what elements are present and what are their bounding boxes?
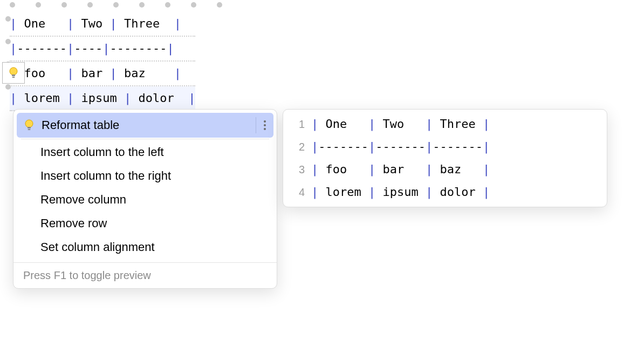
editor-code-area[interactable]: | One | Two | Three ||-------|----|-----… <box>0 0 195 111</box>
svg-rect-1 <box>12 74 15 76</box>
intention-action-item[interactable]: Remove column <box>17 188 273 212</box>
popup-footer-hint: Press F1 to toggle preview <box>13 262 277 288</box>
editor-line[interactable]: | lorem | ipsum | dolor | <box>10 86 195 111</box>
popup-separator <box>21 139 269 139</box>
line-number: 2 <box>289 135 305 158</box>
line-number: 3 <box>289 158 305 181</box>
preview-line: 4| lorem | ipsum | dolor | <box>289 181 601 203</box>
intention-action-label: Remove row <box>40 216 107 230</box>
preview-line: 1| One | Two | Three | <box>289 113 601 135</box>
svg-rect-5 <box>28 129 31 130</box>
ruler-marks <box>10 2 222 8</box>
editor-line[interactable]: | foo | bar | baz | <box>10 62 195 86</box>
intention-action-label: Insert column to the left <box>40 145 164 159</box>
svg-rect-2 <box>12 77 15 78</box>
line-number: 4 <box>289 181 305 203</box>
intention-bulb-button[interactable] <box>2 62 25 84</box>
intention-action-item[interactable]: Set column alignment <box>17 235 273 259</box>
svg-point-0 <box>10 67 17 75</box>
svg-point-3 <box>25 120 33 127</box>
intention-action-label: Set column alignment <box>40 240 155 254</box>
intention-action-item[interactable]: Insert column to the right <box>17 164 273 188</box>
intention-action-item[interactable]: Remove row <box>17 212 273 235</box>
intention-action-label: Remove column <box>40 193 126 207</box>
intention-action-label: Insert column to the right <box>40 169 171 183</box>
more-options-icon[interactable] <box>256 117 266 133</box>
lightbulb-icon <box>24 119 34 132</box>
line-number: 1 <box>289 113 305 135</box>
intention-action-item[interactable]: Insert column to the left <box>17 140 273 164</box>
intention-action-item[interactable]: Reformat table <box>17 113 273 138</box>
lightbulb-icon <box>9 66 18 79</box>
preview-line: 3| foo | bar | baz | <box>289 158 601 181</box>
preview-panel: 1| One | Two | Three |2|-------|-------|… <box>283 109 607 207</box>
intention-actions-popup: Reformat tableInsert column to the leftI… <box>13 109 277 289</box>
preview-line: 2|-------|-------|-------| <box>289 135 601 158</box>
svg-rect-4 <box>28 127 31 128</box>
editor-line[interactable]: |-------|----|--------| <box>10 37 195 62</box>
intention-action-label: Reformat table <box>42 118 256 132</box>
editor-line[interactable]: | One | Two | Three | <box>10 12 195 37</box>
